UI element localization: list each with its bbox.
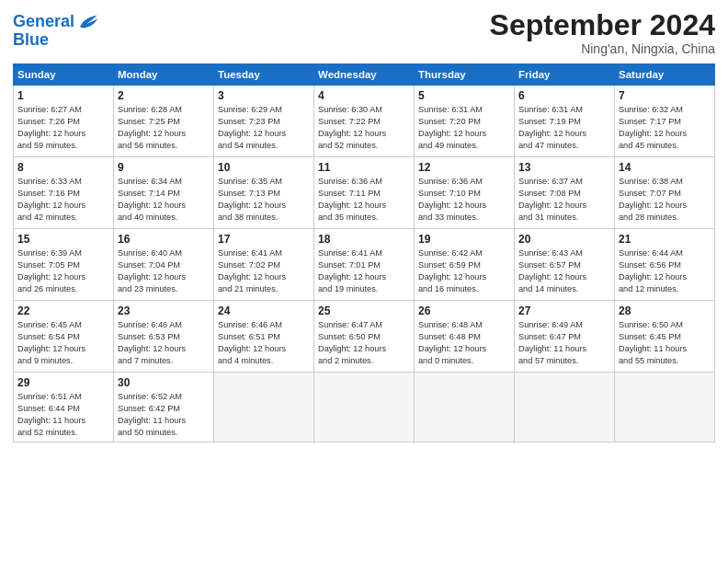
cell-info: Sunrise: 6:31 AMSunset: 7:20 PMDaylight:… <box>418 104 510 152</box>
logo: General Blue <box>13 13 98 50</box>
calendar-cell: 3Sunrise: 6:29 AMSunset: 7:23 PMDaylight… <box>214 86 314 157</box>
day-number: 25 <box>318 304 410 317</box>
cell-info: Sunrise: 6:46 AMSunset: 6:53 PMDaylight:… <box>118 319 210 367</box>
calendar-cell: 8Sunrise: 6:33 AMSunset: 7:16 PMDaylight… <box>14 157 114 229</box>
calendar-cell: 17Sunrise: 6:41 AMSunset: 7:02 PMDayligh… <box>214 229 314 301</box>
cell-info: Sunrise: 6:32 AMSunset: 7:17 PMDaylight:… <box>619 104 711 152</box>
calendar-cell: 1Sunrise: 6:27 AMSunset: 7:26 PMDaylight… <box>14 86 114 157</box>
cell-info: Sunrise: 6:28 AMSunset: 7:25 PMDaylight:… <box>118 104 210 152</box>
cell-info: Sunrise: 6:51 AMSunset: 6:44 PMDaylight:… <box>17 391 109 439</box>
calendar-cell: 7Sunrise: 6:32 AMSunset: 7:17 PMDaylight… <box>615 86 715 157</box>
day-number: 4 <box>318 89 410 102</box>
day-number: 30 <box>118 376 210 389</box>
week-row-1: 1Sunrise: 6:27 AMSunset: 7:26 PMDaylight… <box>14 86 715 157</box>
calendar-cell: 9Sunrise: 6:34 AMSunset: 7:14 PMDaylight… <box>114 157 214 229</box>
col-header-wednesday: Wednesday <box>314 64 415 86</box>
cell-info: Sunrise: 6:36 AMSunset: 7:10 PMDaylight:… <box>418 176 510 224</box>
day-number: 21 <box>619 233 711 246</box>
logo-text: General <box>13 13 74 31</box>
day-number: 19 <box>418 233 510 246</box>
day-number: 1 <box>17 89 109 102</box>
day-number: 5 <box>418 89 510 102</box>
title-block: September 2024 Ning'an, Ningxia, China <box>490 9 715 56</box>
calendar-table: SundayMondayTuesdayWednesdayThursdayFrid… <box>13 63 715 442</box>
calendar-cell: 6Sunrise: 6:31 AMSunset: 7:19 PMDaylight… <box>515 86 615 157</box>
calendar-cell: 20Sunrise: 6:43 AMSunset: 6:57 PMDayligh… <box>515 229 615 301</box>
day-number: 3 <box>218 89 310 102</box>
calendar-cell: 14Sunrise: 6:38 AMSunset: 7:07 PMDayligh… <box>615 157 715 229</box>
calendar-cell: 25Sunrise: 6:47 AMSunset: 6:50 PMDayligh… <box>314 301 415 373</box>
calendar-cell: 2Sunrise: 6:28 AMSunset: 7:25 PMDaylight… <box>114 86 214 157</box>
cell-info: Sunrise: 6:40 AMSunset: 7:04 PMDaylight:… <box>118 247 210 295</box>
day-number: 20 <box>518 233 610 246</box>
cell-info: Sunrise: 6:45 AMSunset: 6:54 PMDaylight:… <box>17 319 109 367</box>
col-header-saturday: Saturday <box>615 64 715 86</box>
cell-info: Sunrise: 6:27 AMSunset: 7:26 PMDaylight:… <box>17 104 109 152</box>
day-number: 14 <box>619 161 711 174</box>
calendar-cell: 21Sunrise: 6:44 AMSunset: 6:56 PMDayligh… <box>615 229 715 301</box>
calendar-cell <box>415 373 515 442</box>
calendar-cell: 29Sunrise: 6:51 AMSunset: 6:44 PMDayligh… <box>14 373 114 442</box>
cell-info: Sunrise: 6:39 AMSunset: 7:05 PMDaylight:… <box>17 247 109 295</box>
cell-info: Sunrise: 6:41 AMSunset: 7:02 PMDaylight:… <box>218 247 310 295</box>
calendar-cell <box>214 373 314 442</box>
day-number: 12 <box>418 161 510 174</box>
cell-info: Sunrise: 6:38 AMSunset: 7:07 PMDaylight:… <box>619 176 711 224</box>
calendar-cell: 10Sunrise: 6:35 AMSunset: 7:13 PMDayligh… <box>214 157 314 229</box>
cell-info: Sunrise: 6:41 AMSunset: 7:01 PMDaylight:… <box>318 247 410 295</box>
day-number: 10 <box>218 161 310 174</box>
day-number: 6 <box>518 89 610 102</box>
calendar-cell <box>615 373 715 442</box>
day-number: 9 <box>118 161 210 174</box>
week-row-3: 15Sunrise: 6:39 AMSunset: 7:05 PMDayligh… <box>14 229 715 301</box>
day-number: 29 <box>17 376 109 389</box>
calendar-cell: 12Sunrise: 6:36 AMSunset: 7:10 PMDayligh… <box>415 157 515 229</box>
day-number: 16 <box>118 233 210 246</box>
header-row: SundayMondayTuesdayWednesdayThursdayFrid… <box>14 64 715 86</box>
cell-info: Sunrise: 6:47 AMSunset: 6:50 PMDaylight:… <box>318 319 410 367</box>
calendar-cell: 24Sunrise: 6:46 AMSunset: 6:51 PMDayligh… <box>214 301 314 373</box>
cell-info: Sunrise: 6:49 AMSunset: 6:47 PMDaylight:… <box>518 319 610 367</box>
week-row-5: 29Sunrise: 6:51 AMSunset: 6:44 PMDayligh… <box>14 373 715 442</box>
cell-info: Sunrise: 6:37 AMSunset: 7:08 PMDaylight:… <box>518 176 610 224</box>
day-number: 18 <box>318 233 410 246</box>
day-number: 24 <box>218 304 310 317</box>
calendar-cell: 27Sunrise: 6:49 AMSunset: 6:47 PMDayligh… <box>515 301 615 373</box>
calendar-cell: 23Sunrise: 6:46 AMSunset: 6:53 PMDayligh… <box>114 301 214 373</box>
col-header-monday: Monday <box>114 64 214 86</box>
cell-info: Sunrise: 6:44 AMSunset: 6:56 PMDaylight:… <box>619 247 711 295</box>
calendar-cell: 28Sunrise: 6:50 AMSunset: 6:45 PMDayligh… <box>615 301 715 373</box>
day-number: 2 <box>118 89 210 102</box>
cell-info: Sunrise: 6:35 AMSunset: 7:13 PMDaylight:… <box>218 176 310 224</box>
calendar-cell: 5Sunrise: 6:31 AMSunset: 7:20 PMDaylight… <box>415 86 515 157</box>
calendar-cell: 16Sunrise: 6:40 AMSunset: 7:04 PMDayligh… <box>114 229 214 301</box>
col-header-thursday: Thursday <box>415 64 515 86</box>
day-number: 7 <box>619 89 711 102</box>
col-header-sunday: Sunday <box>14 64 114 86</box>
cell-info: Sunrise: 6:33 AMSunset: 7:16 PMDaylight:… <box>17 176 109 224</box>
day-number: 8 <box>17 161 109 174</box>
calendar-cell: 15Sunrise: 6:39 AMSunset: 7:05 PMDayligh… <box>14 229 114 301</box>
day-number: 15 <box>17 233 109 246</box>
cell-info: Sunrise: 6:42 AMSunset: 6:59 PMDaylight:… <box>418 247 510 295</box>
day-number: 22 <box>17 304 109 317</box>
col-header-friday: Friday <box>515 64 615 86</box>
day-number: 28 <box>619 304 711 317</box>
location-subtitle: Ning'an, Ningxia, China <box>490 41 715 56</box>
cell-info: Sunrise: 6:50 AMSunset: 6:45 PMDaylight:… <box>619 319 711 367</box>
header: General Blue September 2024 Ning'an, Nin… <box>13 9 715 56</box>
calendar-cell: 19Sunrise: 6:42 AMSunset: 6:59 PMDayligh… <box>415 229 515 301</box>
col-header-tuesday: Tuesday <box>214 64 314 86</box>
day-number: 13 <box>518 161 610 174</box>
cell-info: Sunrise: 6:52 AMSunset: 6:42 PMDaylight:… <box>118 391 210 439</box>
main-container: General Blue September 2024 Ning'an, Nin… <box>0 0 728 450</box>
cell-info: Sunrise: 6:31 AMSunset: 7:19 PMDaylight:… <box>518 104 610 152</box>
month-title: September 2024 <box>490 9 715 41</box>
calendar-cell: 11Sunrise: 6:36 AMSunset: 7:11 PMDayligh… <box>314 157 415 229</box>
calendar-cell: 30Sunrise: 6:52 AMSunset: 6:42 PMDayligh… <box>114 373 214 442</box>
cell-info: Sunrise: 6:48 AMSunset: 6:48 PMDaylight:… <box>418 319 510 367</box>
cell-info: Sunrise: 6:46 AMSunset: 6:51 PMDaylight:… <box>218 319 310 367</box>
logo-blue-text: Blue <box>13 31 98 50</box>
calendar-cell: 26Sunrise: 6:48 AMSunset: 6:48 PMDayligh… <box>415 301 515 373</box>
calendar-cell: 18Sunrise: 6:41 AMSunset: 7:01 PMDayligh… <box>314 229 415 301</box>
